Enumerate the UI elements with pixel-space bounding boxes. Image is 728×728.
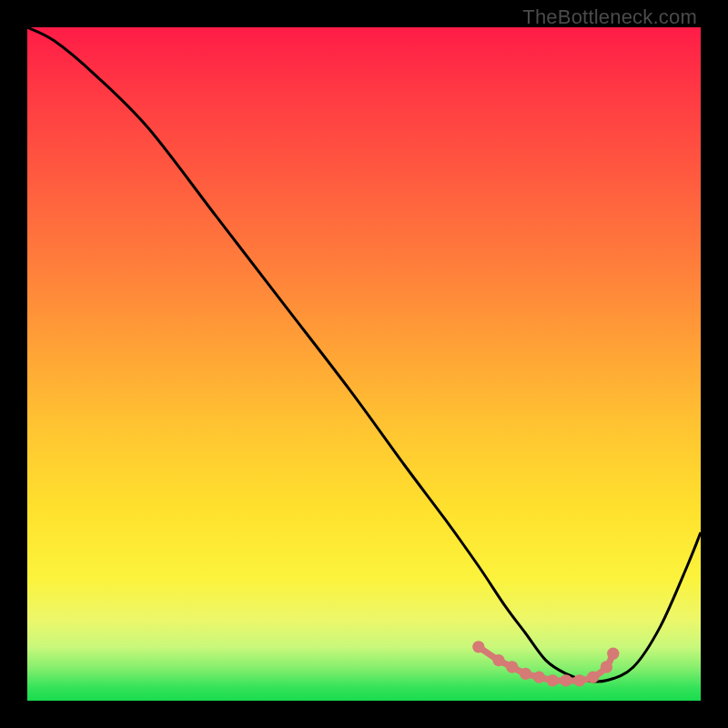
optimal-point xyxy=(520,668,531,680)
optimal-point xyxy=(533,671,545,682)
optimal-point xyxy=(573,674,585,686)
optimal-point xyxy=(587,671,599,682)
optimal-point xyxy=(492,654,504,666)
optimal-point xyxy=(607,648,619,660)
curve-layer xyxy=(27,27,701,701)
optimal-point xyxy=(547,674,559,686)
watermark-text: TheBottleneck.com xyxy=(522,5,697,29)
optimal-point xyxy=(506,661,518,672)
bottleneck-curve xyxy=(27,27,701,682)
optimal-point xyxy=(472,641,484,652)
plot-area xyxy=(27,27,701,701)
chart-frame: TheBottleneck.com xyxy=(0,0,728,728)
optimal-point xyxy=(560,674,571,686)
optimal-point xyxy=(601,661,612,672)
